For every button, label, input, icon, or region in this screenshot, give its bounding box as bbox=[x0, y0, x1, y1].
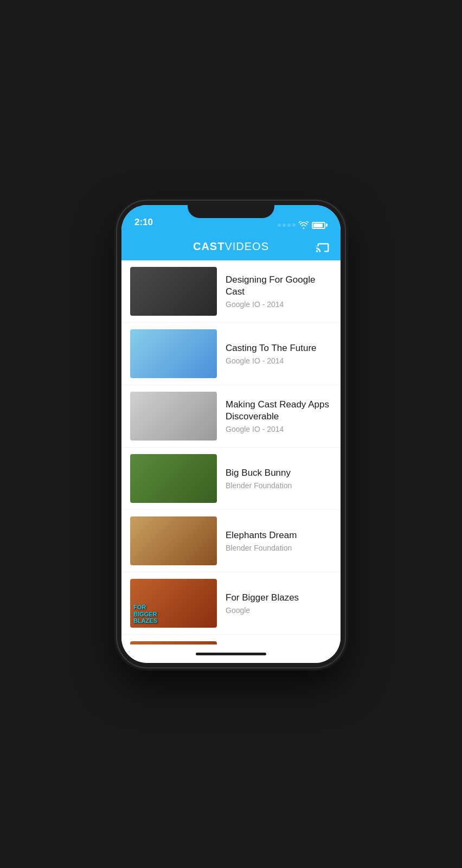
video-subtitle: Google IO - 2014 bbox=[226, 356, 332, 365]
video-subtitle: Blender Foundation bbox=[226, 481, 332, 490]
video-title: Big Buck Bunny bbox=[226, 467, 332, 479]
video-list-item[interactable]: Elephants DreamBlender Foundation bbox=[121, 510, 341, 572]
video-thumbnail: FORBIGGERBLAZES bbox=[130, 579, 217, 628]
video-info: Elephants DreamBlender Foundation bbox=[226, 529, 332, 552]
nav-bar: CASTVIDEOS bbox=[121, 232, 341, 260]
video-title: Elephants Dream bbox=[226, 529, 332, 541]
video-list-item[interactable]: Big Buck BunnyBlender Foundation bbox=[121, 448, 341, 510]
video-thumbnail: FORBIGGERESCAPES bbox=[130, 641, 217, 644]
video-list-item[interactable]: Making Cast Ready Apps DiscoverableGoogl… bbox=[121, 385, 341, 448]
video-subtitle: Blender Foundation bbox=[226, 544, 332, 552]
video-list-item[interactable]: Designing For Google CastGoogle IO - 201… bbox=[121, 260, 341, 323]
video-list-item[interactable]: FORBIGGERESCAPESFor Bigger EscapeGoogle bbox=[121, 635, 341, 644]
video-title: For Bigger Blazes bbox=[226, 592, 332, 604]
video-thumbnail bbox=[130, 267, 217, 316]
video-info: Casting To The FutureGoogle IO - 2014 bbox=[226, 342, 332, 365]
app-title: CASTVIDEOS bbox=[193, 240, 269, 253]
home-bar bbox=[196, 653, 266, 655]
phone-notch bbox=[188, 201, 274, 218]
thumbnail-overlay-text: FORBIGGERBLAZES bbox=[133, 604, 157, 624]
video-thumbnail bbox=[130, 329, 217, 378]
wifi-icon bbox=[299, 221, 309, 229]
video-list-container[interactable]: Designing For Google CastGoogle IO - 201… bbox=[121, 260, 341, 644]
app-title-bold: CAST bbox=[193, 240, 224, 252]
video-title: Casting To The Future bbox=[226, 342, 332, 354]
video-info: Big Buck BunnyBlender Foundation bbox=[226, 467, 332, 490]
phone-screen: 2:10 bbox=[121, 205, 341, 663]
cast-button[interactable] bbox=[315, 239, 332, 254]
status-icons bbox=[278, 221, 328, 229]
video-title: Making Cast Ready Apps Discoverable bbox=[226, 399, 332, 423]
app-title-light: VIDEOS bbox=[224, 240, 269, 252]
video-subtitle: Google bbox=[226, 606, 332, 615]
video-subtitle: Google IO - 2014 bbox=[226, 425, 332, 433]
signal-icon bbox=[278, 224, 296, 227]
video-info: For Bigger BlazesGoogle bbox=[226, 592, 332, 615]
status-time: 2:10 bbox=[134, 217, 278, 229]
video-thumbnail bbox=[130, 392, 217, 441]
video-list-item[interactable]: FORBIGGERBLAZESFor Bigger BlazesGoogle bbox=[121, 572, 341, 635]
video-info: Designing For Google CastGoogle IO - 201… bbox=[226, 274, 332, 309]
battery-icon bbox=[312, 222, 328, 229]
phone-device: 2:10 bbox=[117, 201, 345, 667]
video-thumbnail bbox=[130, 454, 217, 503]
video-info: Making Cast Ready Apps DiscoverableGoogl… bbox=[226, 399, 332, 433]
video-thumbnail bbox=[130, 516, 217, 565]
video-list: Designing For Google CastGoogle IO - 201… bbox=[121, 260, 341, 644]
home-indicator bbox=[121, 644, 341, 663]
video-subtitle: Google IO - 2014 bbox=[226, 300, 332, 309]
video-title: Designing For Google Cast bbox=[226, 274, 332, 298]
video-list-item[interactable]: Casting To The FutureGoogle IO - 2014 bbox=[121, 323, 341, 385]
